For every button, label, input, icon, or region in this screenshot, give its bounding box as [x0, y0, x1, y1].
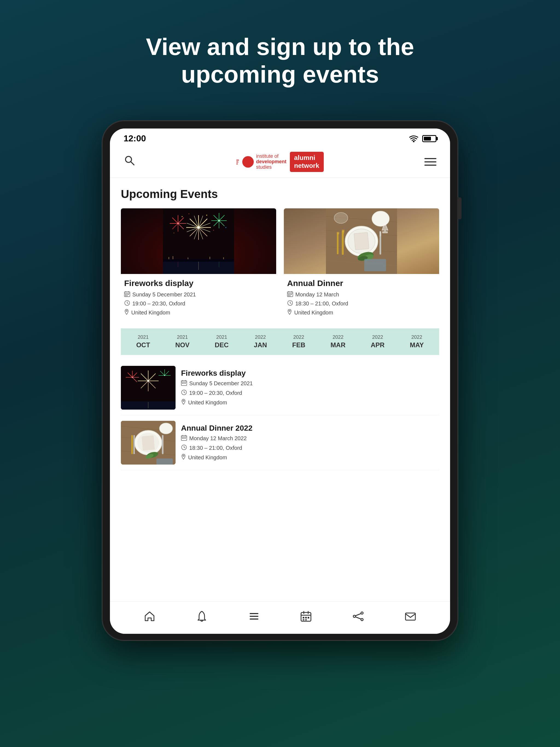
fireworks-list-item[interactable]: Fireworks display [121, 360, 439, 415]
svg-point-123 [132, 377, 133, 378]
status-icons [409, 135, 436, 142]
svg-point-92 [334, 212, 348, 223]
annual-dinner-list-date: Monday 12 March 2022 [181, 435, 439, 442]
svg-point-129 [164, 375, 165, 376]
fireworks-list-info: Fireworks display [181, 366, 439, 410]
svg-point-44 [213, 230, 214, 231]
annual-dinner-event-info: Annual Dinner [284, 274, 439, 321]
svg-rect-53 [209, 257, 210, 259]
filter-nov[interactable]: 2021 NOV [175, 334, 189, 349]
svg-rect-98 [289, 294, 290, 295]
svg-rect-177 [303, 619, 304, 620]
svg-rect-81 [344, 230, 344, 232]
fireworks-event-card[interactable]: Fireworks display [121, 208, 276, 321]
svg-line-66 [127, 303, 128, 304]
clock-icon-list1 [181, 389, 187, 397]
filter-may-month: MAY [410, 341, 424, 349]
pin-icon [124, 309, 129, 316]
svg-rect-50 [169, 257, 169, 259]
filter-apr-month: APR [371, 341, 385, 349]
battery-fill [424, 137, 431, 140]
filter-apr[interactable]: 2022 APR [371, 334, 385, 349]
svg-rect-75 [354, 232, 369, 250]
logo-ids: institute of development studies [236, 154, 286, 170]
fireworks-date-row: Sunday 5 December 2021 [124, 291, 273, 298]
svg-point-67 [126, 310, 127, 311]
fireworks-event-title: Fireworks display [124, 278, 273, 288]
menu-icon[interactable] [424, 158, 436, 166]
fireworks-time-row: 19:00 – 20:30, Oxford [124, 300, 273, 307]
svg-rect-62 [125, 295, 126, 296]
svg-line-140 [184, 392, 185, 393]
svg-line-104 [290, 303, 291, 304]
svg-point-0 [413, 141, 414, 142]
filter-nov-month: NOV [175, 341, 189, 349]
svg-point-152 [159, 423, 173, 434]
filter-feb[interactable]: 2022 FEB [292, 334, 305, 349]
filter-jan[interactable]: 2022 JAN [254, 334, 267, 349]
calendar-icon [124, 291, 130, 298]
wifi-icon [409, 135, 418, 142]
nav-share-button[interactable] [350, 608, 367, 628]
nav-notification-button[interactable] [193, 608, 210, 628]
svg-rect-86 [338, 232, 339, 234]
filter-feb-year: 2022 [294, 334, 304, 340]
filter-feb-month: FEB [292, 341, 305, 349]
svg-rect-162 [185, 438, 186, 439]
app-content: Upcoming Events [110, 178, 450, 601]
svg-rect-80 [343, 230, 343, 232]
svg-rect-5 [163, 259, 234, 262]
svg-rect-148 [142, 435, 155, 450]
nav-home-button[interactable] [141, 608, 158, 628]
svg-rect-161 [183, 438, 184, 439]
device-wrapper: 12:00 [102, 121, 458, 640]
filter-mar[interactable]: 2022 MAR [331, 334, 346, 349]
svg-rect-51 [173, 256, 173, 259]
svg-rect-83 [337, 233, 338, 254]
hero-title: View and sign up to the upcoming events [88, 33, 472, 88]
logo-lines-icon [236, 160, 239, 164]
pin-icon-list2 [181, 454, 186, 461]
svg-rect-61 [128, 294, 129, 295]
nav-mail-button[interactable] [402, 608, 419, 628]
svg-point-43 [206, 215, 207, 216]
clock-icon [124, 300, 130, 307]
dinner-date-row: Monday 12 March [287, 291, 436, 298]
svg-line-183 [355, 617, 361, 619]
annual-dinner-list-item[interactable]: Annual Dinner 2022 [121, 415, 439, 470]
svg-point-181 [361, 618, 363, 621]
filter-dec[interactable]: 2021 DEC [215, 334, 229, 349]
svg-rect-175 [305, 617, 307, 618]
annual-dinner-list-image [121, 421, 176, 465]
annual-dinner-event-card[interactable]: Annual Dinner [284, 208, 439, 321]
svg-rect-155 [156, 459, 173, 465]
fireworks-list-title: Fireworks display [181, 369, 439, 378]
svg-rect-150 [133, 435, 135, 454]
filter-oct[interactable]: 2021 OCT [136, 334, 150, 349]
search-icon[interactable] [124, 154, 136, 169]
svg-rect-101 [289, 295, 290, 296]
svg-point-46 [225, 227, 226, 228]
nav-calendar-button[interactable] [297, 608, 315, 628]
filter-may[interactable]: 2022 MAY [410, 334, 424, 349]
svg-rect-135 [182, 383, 183, 384]
filter-mar-year: 2022 [332, 334, 343, 340]
svg-rect-174 [303, 617, 304, 618]
filter-oct-month: OCT [136, 341, 150, 349]
bottom-nav [110, 601, 450, 634]
calendar-icon-list1 [181, 380, 187, 387]
annual-dinner-list-time: 18:30 – 21:00, Oxford [181, 444, 439, 452]
logo-circle-icon [242, 156, 254, 168]
svg-rect-99 [291, 294, 292, 295]
logo-alumni: alumni network [290, 152, 324, 172]
svg-point-166 [183, 455, 184, 457]
svg-rect-178 [305, 619, 307, 620]
svg-point-42 [189, 213, 189, 214]
nav-list-button[interactable] [245, 608, 263, 628]
svg-rect-169 [250, 618, 258, 620]
filter-jan-month: JAN [254, 341, 267, 349]
annual-dinner-list-title: Annual Dinner 2022 [181, 424, 439, 433]
svg-rect-168 [250, 616, 258, 617]
svg-rect-184 [406, 613, 415, 620]
svg-point-87 [372, 211, 389, 226]
